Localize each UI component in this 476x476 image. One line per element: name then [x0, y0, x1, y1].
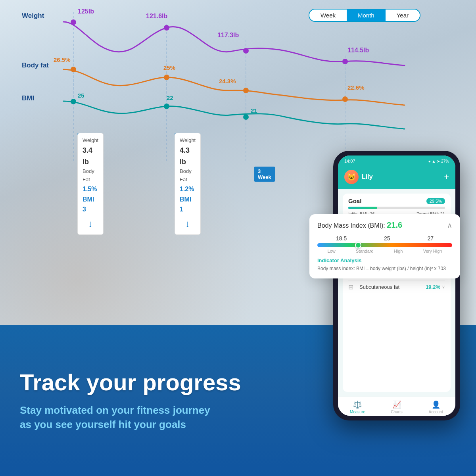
measure-icon: ⚖️: [353, 400, 362, 409]
goal-title: Goal: [348, 198, 361, 204]
nav-measure[interactable]: ⚖️ Measure: [338, 400, 377, 414]
metric-subcutaneous-label: Subcutaneous fat: [359, 284, 426, 290]
nav-charts[interactable]: 📈 Charts: [377, 400, 416, 414]
bmi-color-bar: [317, 243, 452, 247]
week-1-annotation: Weight 3.4 lb Body Fat 1.5% BMI 3 ↓: [77, 133, 104, 235]
add-button[interactable]: +: [444, 172, 449, 182]
bmi-label-high: High: [394, 249, 403, 253]
bmi-3: 21: [251, 107, 257, 114]
bmi-scale: 18.5 25 27 Low Standard High Very High: [317, 235, 452, 253]
bmi-num-2: 25: [384, 235, 390, 242]
phone-header: 🐱 Lily +: [338, 167, 455, 189]
svg-point-6: [71, 99, 76, 104]
svg-point-10: [243, 48, 249, 54]
weight-4: 114.5lb: [347, 47, 369, 54]
account-icon: 👤: [432, 400, 440, 409]
bmi-num-3: 27: [427, 235, 434, 242]
svg-point-8: [164, 75, 169, 80]
bodyfat-4: 22.6%: [347, 84, 365, 91]
week-3-box: 3 Week: [254, 167, 275, 182]
bmi-popup-value: 21.6: [387, 221, 402, 229]
weight-chart-label: Weight: [22, 12, 44, 19]
chevron-icon: ∨: [442, 284, 445, 290]
weight-3: 117.3lb: [217, 32, 239, 39]
bodyfat-2: 25%: [163, 64, 175, 71]
bodyfat-3: 24.3%: [219, 78, 236, 84]
bmi-label-veryhigh: Very High: [423, 249, 442, 253]
main-headline: Track your progress: [20, 370, 242, 395]
body-fat-chart-label: Body fat: [22, 61, 49, 69]
bmi-position-indicator: [355, 242, 361, 248]
svg-point-7: [164, 25, 169, 31]
status-time: 14:07: [344, 159, 355, 163]
sub-headline: Stay motivated on your fitness journeyas…: [20, 403, 242, 432]
phone-mockup: 14:07 ● ▲ ➤ 27% 🐱 Lily + Goal 29.5% Init…: [333, 151, 460, 420]
charts-icon: 📈: [392, 400, 401, 409]
indicator-text: Body mass index: BMI = body weight (lbs)…: [317, 265, 452, 272]
svg-point-11: [243, 88, 249, 93]
metric-subcutaneous[interactable]: ⊞ Subcutaneous fat 19.2% ∨: [348, 280, 445, 294]
svg-point-9: [164, 104, 169, 109]
goal-badge: 29.5%: [426, 198, 445, 204]
bmi-chart-label: BMI: [22, 94, 34, 102]
bodyfat-1: 26.5%: [54, 56, 71, 63]
bmi-label-low: Low: [328, 249, 336, 253]
indicator-analysis: Indicator Analysis Body mass index: BMI …: [317, 257, 452, 272]
weight-2: 121.6lb: [146, 13, 167, 20]
subcutaneous-icon: ⊞: [348, 283, 359, 291]
nav-account[interactable]: 👤 Account: [416, 400, 455, 414]
bmi-popup-title: Body Mass Index (BMI):: [317, 222, 385, 229]
weight-1: 125lb: [78, 8, 94, 15]
fitness-chart: [0, 0, 428, 163]
bmi-popup: Body Mass Index (BMI): 21.6 ∧ 18.5 25 27…: [309, 214, 460, 278]
bmi-popup-close[interactable]: ∧: [447, 221, 452, 230]
bottom-nav: ⚖️ Measure 📈 Charts 👤 Account: [338, 397, 455, 416]
svg-point-14: [342, 96, 348, 102]
bmi-label-standard: Standard: [356, 249, 374, 253]
bmi-num-1: 18.5: [336, 235, 347, 242]
metric-subcutaneous-value: 19.2%: [426, 284, 440, 290]
status-bar: 14:07 ● ▲ ➤ 27%: [338, 155, 455, 167]
svg-point-12: [243, 114, 249, 120]
goal-progress-bar: [348, 207, 445, 209]
week-2-annotation: Weight 4.3 lb Body Fat 1.2% BMI 1 ↓: [175, 133, 201, 235]
user-name-label: Lily: [362, 173, 373, 180]
bmi-1: 25: [78, 92, 84, 99]
indicator-title: Indicator Analysis: [317, 257, 452, 263]
bottom-text-section: Track your progress Stay motivated on yo…: [0, 325, 262, 476]
svg-point-4: [71, 19, 76, 25]
bmi-2: 22: [167, 94, 173, 101]
svg-point-5: [71, 67, 76, 72]
svg-point-13: [342, 59, 348, 64]
user-avatar: 🐱: [344, 170, 359, 184]
